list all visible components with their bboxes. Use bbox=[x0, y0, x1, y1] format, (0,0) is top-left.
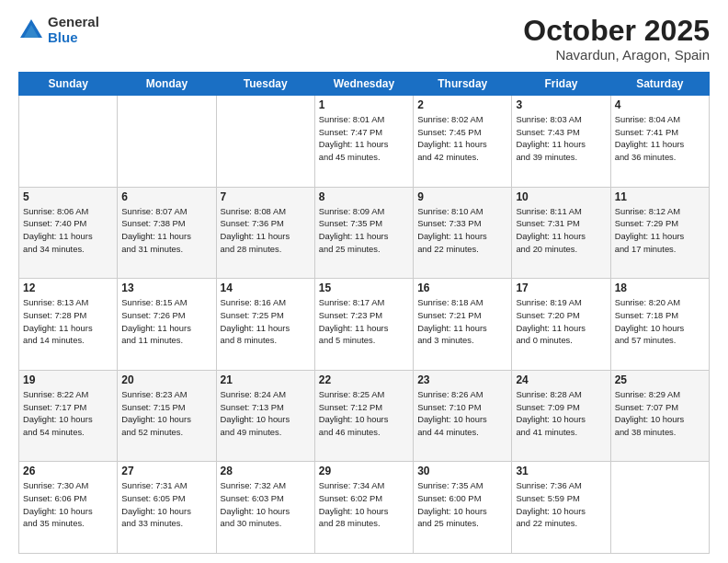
day-number: 26 bbox=[23, 465, 113, 477]
calendar-cell: 7Sunrise: 8:08 AM Sunset: 7:36 PM Daylig… bbox=[216, 187, 314, 279]
title-block: October 2025 Navardun, Aragon, Spain bbox=[523, 15, 710, 63]
day-number: 30 bbox=[417, 465, 507, 477]
day-info: Sunrise: 8:12 AM Sunset: 7:29 PM Dayligh… bbox=[615, 205, 705, 256]
day-number: 19 bbox=[23, 373, 113, 386]
day-info: Sunrise: 7:36 AM Sunset: 5:59 PM Dayligh… bbox=[516, 479, 606, 530]
day-info: Sunrise: 8:24 AM Sunset: 7:13 PM Dayligh… bbox=[221, 388, 311, 439]
day-info: Sunrise: 8:19 AM Sunset: 7:20 PM Dayligh… bbox=[516, 296, 606, 347]
day-number: 13 bbox=[121, 282, 211, 294]
calendar-week-row: 12Sunrise: 8:13 AM Sunset: 7:28 PM Dayli… bbox=[19, 279, 710, 371]
calendar: SundayMondayTuesdayWednesdayThursdayFrid… bbox=[18, 72, 710, 554]
day-number: 17 bbox=[516, 282, 606, 294]
calendar-cell: 19Sunrise: 8:22 AM Sunset: 7:17 PM Dayli… bbox=[19, 370, 118, 462]
day-info: Sunrise: 8:20 AM Sunset: 7:18 PM Dayligh… bbox=[615, 296, 705, 347]
day-info: Sunrise: 8:15 AM Sunset: 7:26 PM Dayligh… bbox=[121, 296, 211, 347]
day-number: 31 bbox=[516, 465, 606, 477]
day-info: Sunrise: 8:23 AM Sunset: 7:15 PM Dayligh… bbox=[121, 388, 211, 439]
day-info: Sunrise: 8:03 AM Sunset: 7:43 PM Dayligh… bbox=[516, 113, 606, 164]
calendar-cell: 16Sunrise: 8:18 AM Sunset: 7:21 PM Dayli… bbox=[414, 279, 512, 371]
day-number: 18 bbox=[615, 282, 705, 294]
day-number: 6 bbox=[121, 190, 211, 203]
day-info: Sunrise: 8:10 AM Sunset: 7:33 PM Dayligh… bbox=[417, 205, 507, 256]
day-info: Sunrise: 8:02 AM Sunset: 7:45 PM Dayligh… bbox=[417, 113, 507, 164]
logo: General Blue bbox=[18, 15, 99, 45]
calendar-cell: 13Sunrise: 8:15 AM Sunset: 7:26 PM Dayli… bbox=[118, 279, 216, 371]
day-number: 27 bbox=[121, 465, 211, 477]
calendar-cell: 30Sunrise: 7:35 AM Sunset: 6:00 PM Dayli… bbox=[414, 462, 512, 554]
calendar-cell: 23Sunrise: 8:26 AM Sunset: 7:10 PM Dayli… bbox=[414, 370, 512, 462]
calendar-cell: 9Sunrise: 8:10 AM Sunset: 7:33 PM Daylig… bbox=[414, 187, 512, 279]
calendar-cell bbox=[216, 96, 314, 188]
day-number: 28 bbox=[221, 465, 311, 477]
calendar-cell: 28Sunrise: 7:32 AM Sunset: 6:03 PM Dayli… bbox=[216, 462, 314, 554]
calendar-cell: 2Sunrise: 8:02 AM Sunset: 7:45 PM Daylig… bbox=[414, 96, 512, 188]
day-number: 12 bbox=[23, 282, 113, 294]
calendar-cell: 3Sunrise: 8:03 AM Sunset: 7:43 PM Daylig… bbox=[512, 96, 610, 188]
day-number: 16 bbox=[417, 282, 507, 294]
calendar-cell: 25Sunrise: 8:29 AM Sunset: 7:07 PM Dayli… bbox=[610, 370, 709, 462]
calendar-header-thursday: Thursday bbox=[414, 73, 512, 96]
calendar-cell bbox=[118, 96, 216, 188]
calendar-cell: 22Sunrise: 8:25 AM Sunset: 7:12 PM Dayli… bbox=[314, 370, 413, 462]
calendar-cell: 6Sunrise: 8:07 AM Sunset: 7:38 PM Daylig… bbox=[118, 187, 216, 279]
calendar-header-row: SundayMondayTuesdayWednesdayThursdayFrid… bbox=[19, 73, 710, 96]
calendar-cell: 8Sunrise: 8:09 AM Sunset: 7:35 PM Daylig… bbox=[314, 187, 413, 279]
calendar-cell: 12Sunrise: 8:13 AM Sunset: 7:28 PM Dayli… bbox=[19, 279, 118, 371]
day-info: Sunrise: 8:04 AM Sunset: 7:41 PM Dayligh… bbox=[615, 113, 705, 164]
day-number: 24 bbox=[516, 373, 606, 386]
day-info: Sunrise: 7:32 AM Sunset: 6:03 PM Dayligh… bbox=[221, 479, 311, 530]
day-info: Sunrise: 8:25 AM Sunset: 7:12 PM Dayligh… bbox=[319, 388, 409, 439]
day-number: 11 bbox=[615, 190, 705, 203]
day-info: Sunrise: 8:29 AM Sunset: 7:07 PM Dayligh… bbox=[615, 388, 705, 439]
header: General Blue October 2025 Navardun, Arag… bbox=[18, 15, 710, 63]
day-info: Sunrise: 7:34 AM Sunset: 6:02 PM Dayligh… bbox=[319, 479, 409, 530]
calendar-cell: 14Sunrise: 8:16 AM Sunset: 7:25 PM Dayli… bbox=[216, 279, 314, 371]
calendar-header-monday: Monday bbox=[118, 73, 216, 96]
title-location: Navardun, Aragon, Spain bbox=[523, 47, 710, 63]
day-info: Sunrise: 8:01 AM Sunset: 7:47 PM Dayligh… bbox=[319, 113, 409, 164]
calendar-cell: 5Sunrise: 8:06 AM Sunset: 7:40 PM Daylig… bbox=[19, 187, 118, 279]
calendar-cell: 4Sunrise: 8:04 AM Sunset: 7:41 PM Daylig… bbox=[610, 96, 709, 188]
calendar-cell: 11Sunrise: 8:12 AM Sunset: 7:29 PM Dayli… bbox=[610, 187, 709, 279]
day-number: 14 bbox=[221, 282, 311, 294]
day-number: 21 bbox=[221, 373, 311, 386]
calendar-cell: 24Sunrise: 8:28 AM Sunset: 7:09 PM Dayli… bbox=[512, 370, 610, 462]
day-number: 29 bbox=[319, 465, 409, 477]
day-info: Sunrise: 8:07 AM Sunset: 7:38 PM Dayligh… bbox=[121, 205, 211, 256]
calendar-cell: 17Sunrise: 8:19 AM Sunset: 7:20 PM Dayli… bbox=[512, 279, 610, 371]
day-number: 9 bbox=[417, 190, 507, 203]
day-number: 5 bbox=[23, 190, 113, 203]
day-info: Sunrise: 8:11 AM Sunset: 7:31 PM Dayligh… bbox=[516, 205, 606, 256]
day-info: Sunrise: 8:26 AM Sunset: 7:10 PM Dayligh… bbox=[417, 388, 507, 439]
day-info: Sunrise: 8:28 AM Sunset: 7:09 PM Dayligh… bbox=[516, 388, 606, 439]
calendar-cell bbox=[19, 96, 118, 188]
logo-blue-text: Blue bbox=[48, 30, 99, 46]
calendar-cell bbox=[610, 462, 709, 554]
day-number: 25 bbox=[615, 373, 705, 386]
calendar-week-row: 1Sunrise: 8:01 AM Sunset: 7:47 PM Daylig… bbox=[19, 96, 710, 188]
logo-text: General Blue bbox=[48, 15, 99, 45]
day-number: 10 bbox=[516, 190, 606, 203]
calendar-cell: 18Sunrise: 8:20 AM Sunset: 7:18 PM Dayli… bbox=[610, 279, 709, 371]
day-info: Sunrise: 8:22 AM Sunset: 7:17 PM Dayligh… bbox=[23, 388, 113, 439]
day-number: 22 bbox=[319, 373, 409, 386]
day-info: Sunrise: 8:17 AM Sunset: 7:23 PM Dayligh… bbox=[319, 296, 409, 347]
calendar-cell: 15Sunrise: 8:17 AM Sunset: 7:23 PM Dayli… bbox=[314, 279, 413, 371]
day-number: 8 bbox=[319, 190, 409, 203]
title-month: October 2025 bbox=[523, 15, 710, 47]
calendar-header-friday: Friday bbox=[512, 73, 610, 96]
calendar-header-wednesday: Wednesday bbox=[314, 73, 413, 96]
calendar-cell: 10Sunrise: 8:11 AM Sunset: 7:31 PM Dayli… bbox=[512, 187, 610, 279]
day-number: 4 bbox=[615, 98, 705, 111]
day-info: Sunrise: 8:08 AM Sunset: 7:36 PM Dayligh… bbox=[221, 205, 311, 256]
calendar-week-row: 19Sunrise: 8:22 AM Sunset: 7:17 PM Dayli… bbox=[19, 370, 710, 462]
day-info: Sunrise: 8:06 AM Sunset: 7:40 PM Dayligh… bbox=[23, 205, 113, 256]
calendar-header-saturday: Saturday bbox=[610, 73, 709, 96]
calendar-cell: 31Sunrise: 7:36 AM Sunset: 5:59 PM Dayli… bbox=[512, 462, 610, 554]
day-info: Sunrise: 8:09 AM Sunset: 7:35 PM Dayligh… bbox=[319, 205, 409, 256]
day-number: 20 bbox=[121, 373, 211, 386]
day-info: Sunrise: 7:35 AM Sunset: 6:00 PM Dayligh… bbox=[417, 479, 507, 530]
logo-general-text: General bbox=[48, 15, 99, 30]
day-number: 7 bbox=[221, 190, 311, 203]
logo-icon bbox=[18, 17, 44, 43]
